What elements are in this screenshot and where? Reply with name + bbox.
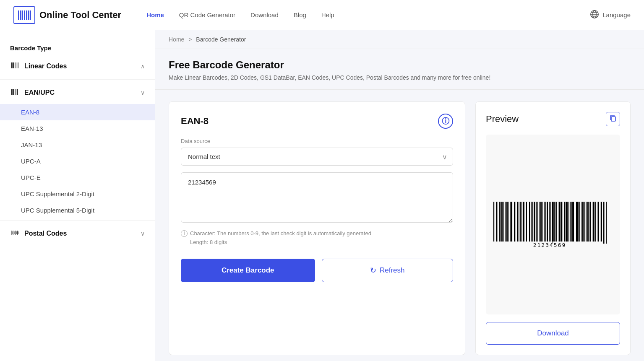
data-source-select[interactable]: Normal text Hexadecimal Base64 xyxy=(181,148,453,166)
sidebar-section-linear[interactable]: Linear Codes ∧ xyxy=(0,55,155,78)
data-source-select-wrapper: Normal text Hexadecimal Base64 ∨ xyxy=(181,148,453,166)
refresh-label: Refresh xyxy=(380,266,405,275)
svg-rect-84 xyxy=(578,202,579,242)
svg-rect-43 xyxy=(517,202,518,242)
hero-title: Free Barcode Generator xyxy=(169,59,631,71)
svg-rect-102 xyxy=(606,202,607,244)
svg-rect-28 xyxy=(495,202,495,242)
svg-rect-15 xyxy=(15,89,16,95)
svg-rect-8 xyxy=(15,62,15,68)
create-barcode-button[interactable]: Create Barcode xyxy=(181,259,315,282)
svg-rect-20 xyxy=(13,231,14,235)
barcode-type-title: EAN-8 xyxy=(181,116,209,127)
main-nav: Home QR Code Generator Download Blog Hel… xyxy=(146,11,334,18)
svg-rect-56 xyxy=(537,202,538,242)
svg-rect-25 xyxy=(18,231,19,234)
svg-rect-99 xyxy=(601,202,602,242)
svg-rect-49 xyxy=(526,202,527,242)
svg-rect-62 xyxy=(547,202,548,242)
sidebar-item-upc5digit[interactable]: UPC Supplemental 5-Digit xyxy=(0,202,155,218)
nav-download[interactable]: Download xyxy=(250,11,279,18)
svg-rect-92 xyxy=(590,202,591,242)
info-button[interactable]: ⓘ xyxy=(438,114,453,129)
svg-rect-35 xyxy=(505,202,506,242)
logo-icon xyxy=(13,6,35,24)
svg-rect-21 xyxy=(14,231,15,234)
char-info: i Character: The numbers 0-9, the last c… xyxy=(181,229,453,247)
svg-rect-58 xyxy=(540,202,542,242)
svg-rect-16 xyxy=(16,89,16,95)
svg-rect-5 xyxy=(11,62,12,68)
barcode-input[interactable]: 21234569 xyxy=(181,172,453,223)
logo[interactable]: Online Tool Center xyxy=(13,6,121,24)
sidebar-item-upca[interactable]: UPC-A xyxy=(0,153,155,169)
generator-left-panel: EAN-8 ⓘ Data source Normal text Hexadeci… xyxy=(169,101,465,355)
svg-rect-93 xyxy=(592,202,592,242)
svg-rect-85 xyxy=(579,202,580,242)
svg-rect-34 xyxy=(503,202,504,242)
svg-rect-50 xyxy=(528,202,528,242)
svg-rect-81 xyxy=(573,202,574,242)
svg-text:21234569: 21234569 xyxy=(533,242,566,248)
copy-icon xyxy=(609,114,617,124)
svg-rect-74 xyxy=(563,202,563,242)
svg-rect-18 xyxy=(11,231,12,235)
globe-icon xyxy=(590,10,599,20)
svg-rect-6 xyxy=(12,62,13,68)
svg-rect-29 xyxy=(496,202,497,242)
svg-rect-24 xyxy=(17,231,18,235)
barcode-image: 21234569 xyxy=(490,200,616,250)
svg-rect-40 xyxy=(513,202,513,242)
sidebar-section-postal[interactable]: Postal Codes ∨ xyxy=(0,222,155,245)
nav-home[interactable]: Home xyxy=(146,11,164,18)
sidebar-item-upc2digit[interactable]: UPC Supplemental 2-Digit xyxy=(0,186,155,202)
language-selector[interactable]: Language xyxy=(590,10,631,20)
linear-codes-chevron: ∧ xyxy=(141,63,145,70)
svg-rect-80 xyxy=(571,202,573,242)
sidebar-item-ean8[interactable]: EAN-8 xyxy=(0,104,155,120)
svg-rect-55 xyxy=(536,202,537,242)
svg-rect-37 xyxy=(508,202,509,242)
svg-rect-68 xyxy=(554,202,554,244)
breadcrumb-separator: > xyxy=(188,36,192,43)
svg-rect-10 xyxy=(17,62,17,68)
svg-rect-14 xyxy=(13,89,14,95)
logo-barcode xyxy=(18,10,31,20)
sidebar-item-ean13[interactable]: EAN-13 xyxy=(0,120,155,137)
copy-button[interactable] xyxy=(606,112,620,126)
svg-rect-79 xyxy=(570,202,571,242)
svg-rect-97 xyxy=(598,202,599,242)
svg-rect-32 xyxy=(500,202,501,242)
sidebar-section-ean-upc[interactable]: EAN/UPC ∨ xyxy=(0,81,155,104)
nav-help[interactable]: Help xyxy=(321,11,334,18)
svg-rect-51 xyxy=(529,202,530,242)
barcode-type-header: EAN-8 ⓘ xyxy=(181,114,453,129)
svg-rect-60 xyxy=(544,202,545,242)
svg-rect-96 xyxy=(597,202,597,242)
svg-rect-71 xyxy=(558,202,558,242)
svg-rect-12 xyxy=(11,89,12,95)
download-button[interactable]: Download xyxy=(486,322,620,345)
svg-rect-91 xyxy=(589,202,589,242)
svg-rect-39 xyxy=(511,202,512,242)
sidebar-item-upce[interactable]: UPC-E xyxy=(0,169,155,186)
svg-rect-94 xyxy=(593,202,594,242)
svg-rect-33 xyxy=(501,202,503,242)
svg-rect-75 xyxy=(564,202,565,242)
refresh-button[interactable]: ↻ Refresh xyxy=(322,259,454,282)
breadcrumb-home[interactable]: Home xyxy=(169,36,184,43)
svg-rect-26 xyxy=(611,117,615,121)
nav-qr[interactable]: QR Code Generator xyxy=(179,11,235,18)
sidebar-item-jan13[interactable]: JAN-13 xyxy=(0,137,155,153)
svg-rect-17 xyxy=(17,89,18,95)
svg-rect-57 xyxy=(539,202,540,242)
svg-rect-9 xyxy=(16,62,16,68)
svg-rect-90 xyxy=(587,202,589,242)
svg-rect-13 xyxy=(12,89,13,95)
barcode-preview-area: 21234569 xyxy=(486,135,620,314)
svg-rect-77 xyxy=(567,202,568,242)
content-area: Home > Barcode Generator Free Barcode Ge… xyxy=(155,30,644,361)
nav-blog[interactable]: Blog xyxy=(294,11,306,18)
svg-rect-44 xyxy=(519,202,519,242)
svg-rect-41 xyxy=(514,202,515,242)
